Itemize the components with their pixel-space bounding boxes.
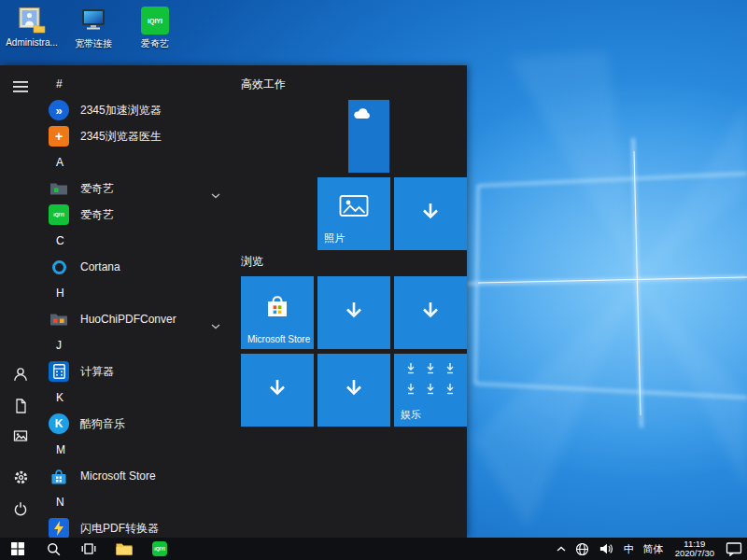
task-view-icon [81,543,96,554]
desktop-icons: Administra... 宽带连接 i [6,6,181,50]
mini-download-icons [402,362,459,395]
chevron-up-icon [557,546,566,552]
calculator-icon [49,361,69,382]
section-header-h[interactable]: H [41,280,233,306]
section-header-a[interactable]: A [41,149,233,175]
broadband-monitor-icon [78,6,109,35]
section-header-n[interactable]: N [41,489,233,515]
user-files-icon [16,6,48,35]
tile-photos[interactable]: 照片 [317,177,390,250]
iqiyi-icon: iQIYI [49,204,69,225]
app-group-iqiyi[interactable]: 爱奇艺 [41,175,233,202]
tile-microsoft-store[interactable]: Microsoft Store [241,276,314,349]
pictures-button[interactable] [10,426,31,446]
app-item-2345-speed-browser[interactable]: » 2345加速浏览器 [41,97,233,123]
tile-group-title[interactable]: 高效工作 [241,77,286,92]
app-item-cortana[interactable]: Cortana [41,254,233,280]
photos-icon [339,194,369,222]
app-item-lightning-pdf[interactable]: 闪电PDF转换器 [41,515,233,538]
app-item-iqiyi[interactable]: iQIYI 爱奇艺 [41,202,233,228]
user-icon [13,367,28,382]
download-arrow-icon [417,199,444,229]
tile-download-2[interactable] [317,276,390,349]
desktop-icon-label: 宽带连接 [75,37,112,50]
action-center-button[interactable] [721,538,747,560]
tile-label: Microsoft Store [247,334,310,344]
tray-expand-button[interactable] [552,538,571,560]
section-header-m[interactable]: M [41,437,233,463]
tile-entertainment-folder[interactable]: 娱乐 [394,354,467,427]
start-menu-app-list: # » 2345加速浏览器 + 2345浏览器医生 A [41,65,233,538]
action-center-icon [726,541,742,556]
section-header-hash[interactable]: # [41,71,233,97]
speaker-icon [599,542,614,555]
windows-logo-icon [11,542,24,555]
lightning-pdf-icon [49,518,69,538]
documents-button[interactable] [10,396,31,416]
desktop: Administra... 宽带连接 i [0,0,747,560]
account-button[interactable] [10,364,31,385]
file-explorer-button[interactable] [106,538,142,560]
ime-language-indicator[interactable]: 简体 [639,538,669,560]
task-view-button[interactable] [71,538,106,560]
desktop-icon-label: 爱奇艺 [141,37,169,50]
2345-browser-doctor-icon: + [49,126,69,147]
app-item-calculator[interactable]: 计算器 [41,358,233,385]
tile-onedrive[interactable] [348,100,389,173]
desktop-icon-administrator[interactable]: Administra... [6,6,58,50]
network-button[interactable] [571,538,594,560]
settings-button[interactable] [10,467,31,487]
folder-icon [116,542,133,555]
iqiyi-taskbar-button[interactable]: iQIYI [142,538,177,560]
cloud-icon [353,106,372,123]
gear-icon [13,469,29,485]
clock-date: 2020/7/30 [675,549,714,558]
start-menu-tiles: 高效工作 照片 [241,65,467,538]
tile-download-5[interactable] [317,354,390,427]
iqiyi-icon: iQIYI [139,6,171,35]
download-arrow-icon [341,298,367,328]
system-tray: 中 简体 11:19 2020/7/30 [552,538,747,560]
app-group-huochipdfconver[interactable]: HuoChiPDFConver [41,306,233,332]
download-arrow-icon [417,298,444,328]
desktop-icon-label: Administra... [6,37,58,48]
ime-mode-indicator[interactable]: 中 [619,538,639,560]
start-button[interactable] [0,538,35,560]
chevron-down-icon [211,316,220,333]
document-icon [13,399,28,413]
taskbar-clock[interactable]: 11:19 2020/7/30 [669,538,721,560]
2345-speed-browser-icon: » [49,100,69,120]
globe-network-icon [575,542,589,556]
download-arrow-icon [341,375,367,405]
search-button[interactable] [35,538,71,560]
app-item-2345-browser-doctor[interactable]: + 2345浏览器医生 [41,123,233,149]
tile-group-title[interactable]: 浏览 [241,254,263,270]
kugou-music-icon: K [49,413,69,434]
download-arrow-icon [264,375,290,405]
section-header-c[interactable]: C [41,228,233,254]
desktop-icon-iqiyi[interactable]: iQIYI 爱奇艺 [129,6,181,50]
tile-download-1[interactable] [394,177,467,250]
taskbar: iQIYI 中 简体 [0,538,747,560]
tile-label: 照片 [324,231,345,245]
start-menu-rail [0,65,41,538]
folder-icon [49,309,69,329]
start-menu: # » 2345加速浏览器 + 2345浏览器医生 A [0,65,467,538]
cortana-icon [49,257,69,277]
microsoft-store-icon [49,466,69,486]
app-item-microsoft-store[interactable]: Microsoft Store [41,463,233,489]
tile-download-3[interactable] [394,276,467,349]
section-header-k[interactable]: K [41,385,233,411]
pictures-icon [13,428,28,443]
power-button[interactable] [10,498,31,519]
section-header-j[interactable]: J [41,332,233,358]
hamburger-icon [13,81,28,92]
tile-download-4[interactable] [241,354,314,427]
app-item-kugou-music[interactable]: K 酷狗音乐 [41,411,233,437]
tile-label: 娱乐 [401,408,421,422]
volume-button[interactable] [594,538,619,560]
chevron-down-icon [211,186,220,203]
power-icon [13,501,28,516]
expand-menu-button[interactable] [10,77,31,97]
desktop-icon-broadband[interactable]: 宽带连接 [67,6,120,50]
